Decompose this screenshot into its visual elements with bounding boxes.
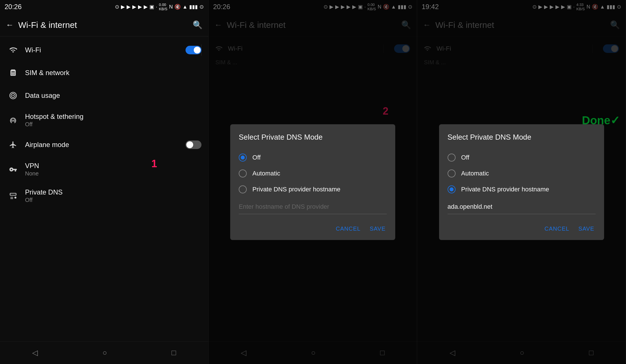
panel-1: 20:26 ⊙ ▶ ▶ ▶ ▶ ▶ ▣ · 0.00KB/S N 🔇 ▲ ▮▮▮… (0, 0, 209, 364)
bottom-nav-1: ◁ ○ □ (0, 341, 208, 364)
wifi-label: Wi-Fi (25, 46, 176, 54)
settings-item-wifi[interactable]: Wi-Fi (0, 39, 208, 61)
page-title-1: Wi-Fi & internet (18, 20, 188, 30)
dialog-title-2: Select Private DNS Mode (239, 133, 387, 142)
settings-list-1: Wi-Fi SIM & network (0, 36, 208, 341)
dns-option-auto-3[interactable]: Automatic (448, 166, 596, 181)
dns-radio-inner-hostname-3 (450, 187, 454, 191)
save-button-3[interactable]: SAVE (577, 223, 596, 234)
yt3-icon: ▶ (138, 4, 142, 10)
battery-icon: ⊙ (199, 4, 204, 10)
wifi-icon: ▲ (182, 4, 188, 10)
data-label: Data usage (25, 92, 201, 100)
wifi-item-icon (7, 46, 19, 54)
dns-radio-inner-off-2 (241, 156, 245, 160)
vpn-label: VPN (25, 162, 201, 170)
dialog-actions-3: CANCEL SAVE (448, 221, 596, 234)
vpn-subtitle: None (25, 170, 201, 177)
hotspot-label: Hotspot & tethering (25, 113, 201, 121)
wifi-toggle-thumb (194, 47, 201, 53)
dns-radio-auto-3 (448, 169, 456, 177)
dns-radio-hostname-3 (448, 185, 456, 193)
settings-item-vpn[interactable]: VPN None (0, 156, 208, 183)
time-1: 20:26 (5, 3, 22, 11)
airplane-item-icon (7, 141, 19, 149)
dot-icon: · (156, 4, 157, 10)
status-icons-1: ⊙ ▶ ▶ ▶ ▶ ▶ ▣ · 0.00KB/S N 🔇 ▲ ▮▮▮ ⊙ (115, 3, 204, 11)
airplane-toggle[interactable] (186, 140, 201, 149)
cancel-button-3[interactable]: CANCEL (543, 223, 570, 234)
dns-auto-label-2: Automatic (252, 170, 280, 177)
sim-item-icon (7, 69, 19, 77)
settings-item-hotspot[interactable]: Hotspot & tethering Off (0, 107, 208, 133)
dns-hostname-label-2: Private DNS provider hostname (252, 186, 340, 193)
nav-recents-1[interactable]: □ (163, 346, 185, 360)
data-item-icon (7, 92, 19, 100)
dns-item-text: Private DNS Off (19, 188, 201, 203)
vpn-item-icon (7, 166, 19, 173)
dns-option-off-3[interactable]: Off (448, 150, 596, 166)
airplane-label: Airplane mode (25, 141, 186, 149)
dns-dialog-3: Select Private DNS Mode Off Automatic Pr… (439, 124, 604, 240)
settings-item-dns[interactable]: Private DNS Off (0, 183, 208, 209)
settings-item-sim[interactable]: SIM & network (0, 61, 208, 84)
cancel-button-2[interactable]: CANCEL (335, 223, 362, 234)
settings-item-data[interactable]: Data usage (0, 84, 208, 107)
yt-icon: ▶ (127, 4, 131, 10)
dns-item-icon (7, 192, 19, 200)
data-item-text: Data usage (19, 92, 201, 100)
dns-auto-label-3: Automatic (461, 170, 489, 177)
svg-point-2 (13, 95, 14, 96)
signal-icon: ▮▮▮ (189, 4, 198, 10)
step-1-label: 1 (151, 158, 157, 170)
dns-off-label-3: Off (461, 154, 470, 161)
airplane-toggle-thumb (186, 141, 193, 148)
back-button-1[interactable]: ← (6, 20, 14, 30)
nav-back-1[interactable]: ◁ (24, 346, 46, 360)
hostname-input-3[interactable] (448, 200, 596, 214)
wifi-item-text: Wi-Fi (19, 46, 176, 54)
dns-hostname-label-3: Private DNS provider hostname (461, 186, 549, 193)
dns-radio-off-3 (448, 154, 456, 162)
nav-home-1[interactable]: ○ (94, 346, 116, 360)
dns-radio-auto-2 (239, 169, 247, 177)
box-icon: ▣ (149, 4, 154, 10)
dns-dialog-2: Select Private DNS Mode Off Automatic Pr… (230, 124, 395, 240)
dns-option-auto-2[interactable]: Automatic (239, 166, 387, 181)
search-button-1[interactable]: 🔍 (193, 20, 203, 30)
hotspot-subtitle: Off (25, 121, 201, 128)
wifi-toggle[interactable] (186, 46, 201, 54)
overlay-3: Select Private DNS Mode Off Automatic Pr… (417, 0, 626, 364)
panel-2: 20:26 ⊙ ▶ ▶ ▶ ▶ ▶ ▣ · 0.00KB/S N 🔇 ▲ ▮▮▮… (209, 0, 417, 364)
status-bar-1: 20:26 ⊙ ▶ ▶ ▶ ▶ ▶ ▣ · 0.00KB/S N 🔇 ▲ ▮▮▮… (0, 0, 208, 14)
sim-label: SIM & network (25, 69, 201, 77)
mute-icon: 🔇 (174, 4, 181, 10)
dns-radio-hostname-2 (239, 185, 247, 193)
hotspot-item-text: Hotspot & tethering Off (19, 113, 201, 128)
dns-subtitle: Off (25, 197, 201, 203)
location-icon: ⊙ (115, 4, 119, 10)
dns-option-hostname-2[interactable]: Private DNS provider hostname (239, 181, 387, 197)
sim-item-text: SIM & network (19, 69, 201, 77)
yt4-icon: ▶ (144, 4, 148, 10)
save-button-2[interactable]: SAVE (368, 223, 387, 234)
hotspot-item-icon (7, 116, 19, 124)
overlay-2: Select Private DNS Mode Off Automatic Pr… (209, 0, 417, 364)
dns-option-hostname-3[interactable]: Private DNS provider hostname (448, 181, 596, 197)
dialog-actions-2: CANCEL SAVE (239, 221, 387, 234)
yt2-icon: ▶ (132, 4, 136, 10)
panel-3: 19:42 ⊙ ▶ ▶ ▶ ▶ ▶ ▣ · 4:33KB/S N 🔇 ▲ ▮▮▮… (417, 0, 626, 364)
airplane-item-text: Airplane mode (19, 141, 186, 149)
settings-item-airplane[interactable]: Airplane mode (0, 133, 208, 156)
dialog-title-3: Select Private DNS Mode (448, 133, 596, 142)
dns-off-label-2: Off (252, 154, 261, 161)
airplane-right (186, 140, 201, 149)
data-speed: 0.00KB/S (159, 3, 168, 11)
svg-point-3 (15, 197, 17, 198)
hostname-input-2[interactable] (239, 200, 387, 214)
vpn-item-text: VPN None (19, 162, 201, 177)
dns-radio-off-2 (239, 154, 247, 162)
dns-option-off-2[interactable]: Off (239, 150, 387, 166)
media-icon: ▶ (121, 4, 125, 10)
wifi-right (176, 46, 201, 54)
